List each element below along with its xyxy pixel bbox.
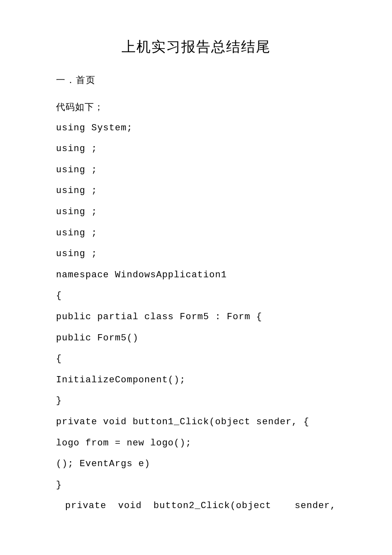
code-line: using System; <box>56 118 336 139</box>
code-line: using ; <box>56 139 336 160</box>
code-line: } <box>56 475 336 496</box>
code-text-left: private void button2_Click(object <box>65 496 271 517</box>
code-line: using ; <box>56 223 336 244</box>
code-line: 代码如下； <box>56 97 336 118</box>
code-line: { <box>56 286 336 307</box>
code-line: (); EventArgs e) <box>56 454 336 475</box>
code-line: logo from = new logo(); <box>56 433 336 454</box>
code-line: using ; <box>56 160 336 181</box>
code-line: public Form5() <box>56 328 336 349</box>
section-heading: 一．首页 <box>56 73 336 87</box>
code-line: using ; <box>56 244 336 265</box>
code-line: public partial class Form5 : Form { <box>56 307 336 328</box>
code-line: private void button1_Click(object sender… <box>56 412 336 433</box>
code-line: { <box>56 349 336 370</box>
code-line: private void button2_Click(object sender… <box>56 496 336 517</box>
code-line: using ; <box>56 181 336 202</box>
code-line: namespace WindowsApplication1 <box>56 265 336 286</box>
code-line: InitializeComponent(); <box>56 370 336 391</box>
document-title: 上机实习报告总结结尾 <box>56 37 336 56</box>
code-line: } <box>56 391 336 412</box>
code-text-right: sender, <box>295 496 336 517</box>
code-line: using ; <box>56 202 336 223</box>
